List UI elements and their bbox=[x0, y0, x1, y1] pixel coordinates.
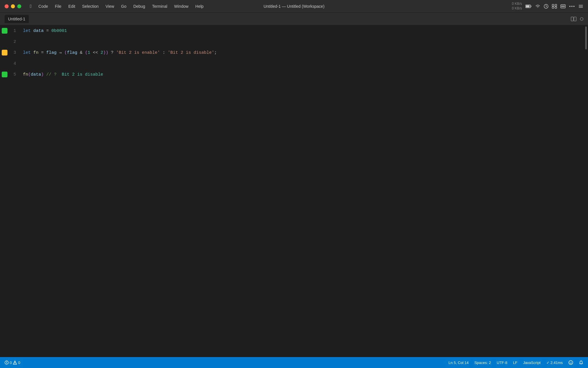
scrollbar[interactable] bbox=[584, 25, 588, 357]
scrollbar-thumb[interactable] bbox=[585, 26, 587, 49]
line-endings[interactable]: LF bbox=[513, 361, 517, 365]
breakpoint-2 bbox=[2, 39, 7, 45]
gutter-row-3: 3 bbox=[0, 47, 17, 58]
menu-edit[interactable]: Edit bbox=[65, 3, 78, 10]
tab-icons bbox=[571, 17, 583, 21]
menu-window[interactable]: Window bbox=[171, 3, 192, 10]
menu-terminal[interactable]: Terminal bbox=[149, 3, 170, 10]
titlebar:  Code File Edit Selection View Go Debug… bbox=[0, 0, 588, 13]
menu-selection[interactable]: Selection bbox=[79, 3, 102, 10]
line-gutter: 1 2 3 4 5 bbox=[0, 25, 17, 357]
var-fn: fn bbox=[33, 50, 38, 55]
minimize-button[interactable] bbox=[11, 4, 15, 8]
param-flag-2: flag bbox=[67, 50, 77, 55]
error-count[interactable]: 0 0 bbox=[5, 361, 20, 365]
breakpoint-5[interactable] bbox=[2, 72, 7, 77]
svg-point-29 bbox=[571, 362, 572, 363]
tab-label: Untitled-1 bbox=[8, 17, 25, 21]
code-line-5: fn ( data ) // ? Bit 2 is disable bbox=[17, 69, 584, 80]
gutter-row-1: 1 bbox=[0, 25, 17, 36]
menu-code[interactable]: Code bbox=[36, 3, 51, 10]
titlebar-icons bbox=[525, 4, 583, 9]
titlebar-right: 0 KB/s 0 KB/s bbox=[512, 2, 583, 11]
control-center-icon bbox=[552, 4, 557, 9]
warning-value: 0 bbox=[18, 361, 20, 365]
code-editor[interactable]: let data = 0b0001 let fn = flag ⇒ ( flag… bbox=[17, 25, 584, 357]
indentation[interactable]: Spaces: 2 bbox=[474, 361, 491, 365]
menu-debug[interactable]: Debug bbox=[130, 3, 148, 10]
line-number-4: 4 bbox=[7, 61, 17, 66]
paren-open-2: ( bbox=[85, 50, 88, 55]
num-0b0001: 0b0001 bbox=[51, 28, 67, 33]
paren-call-close: ) bbox=[41, 72, 44, 77]
apple-menu[interactable]:  bbox=[27, 3, 34, 10]
wifi-icon bbox=[535, 4, 540, 8]
code-line-1: let data = 0b0001 bbox=[17, 25, 584, 36]
statusbar-left: 0 0 bbox=[5, 361, 20, 365]
paren-open-1: ( bbox=[64, 50, 67, 55]
svg-rect-9 bbox=[555, 7, 557, 8]
notification-icon[interactable] bbox=[579, 360, 583, 365]
svg-point-24 bbox=[6, 363, 7, 364]
finder-icon bbox=[560, 4, 566, 9]
str-enable: 'Bit 2 is enable' bbox=[116, 50, 160, 55]
svg-rect-1 bbox=[531, 5, 531, 7]
menu-help[interactable]: Help bbox=[192, 3, 206, 10]
keyword-let-1: let bbox=[23, 28, 31, 33]
svg-point-11 bbox=[562, 6, 563, 7]
error-value: 0 bbox=[10, 361, 12, 365]
network-up: 0 KB/s bbox=[512, 2, 522, 6]
menu-view[interactable]: View bbox=[103, 3, 117, 10]
paren-close-1: ) bbox=[106, 50, 108, 55]
keyword-let-3: let bbox=[23, 50, 31, 55]
svg-point-15 bbox=[573, 6, 575, 7]
editor-tab[interactable]: Untitled-1 bbox=[5, 15, 29, 23]
svg-point-13 bbox=[569, 6, 570, 7]
language-mode[interactable]: JavaScript bbox=[523, 361, 541, 365]
gutter-row-4: 4 bbox=[0, 58, 17, 69]
gutter-row-2: 2 bbox=[0, 36, 17, 47]
editor-area: 1 2 3 4 5 let data = 0b0001 bbox=[0, 25, 588, 357]
menu-bar:  Code File Edit Selection View Go Debug… bbox=[27, 3, 206, 10]
window-title: Untitled-1 — Untitled (Workspace) bbox=[264, 4, 324, 9]
close-button[interactable] bbox=[5, 4, 9, 8]
menu-file[interactable]: File bbox=[52, 3, 64, 10]
line-number-3: 3 bbox=[7, 50, 17, 55]
svg-point-28 bbox=[570, 362, 570, 363]
comment-slash: // ? bbox=[46, 72, 57, 77]
paren-close-2: ) bbox=[103, 50, 106, 55]
svg-line-5 bbox=[546, 6, 547, 7]
clock-icon bbox=[544, 4, 548, 9]
menu-go[interactable]: Go bbox=[118, 3, 129, 10]
statusbar: 0 0 Ln 5, Col 14 Spaces: 2 UTF-8 LF Java… bbox=[0, 357, 588, 368]
statusbar-right: Ln 5, Col 14 Spaces: 2 UTF-8 LF JavaScri… bbox=[448, 360, 583, 365]
battery-icon bbox=[525, 5, 532, 8]
cursor-position[interactable]: Ln 5, Col 14 bbox=[448, 361, 469, 365]
line-number-5: 5 bbox=[7, 72, 17, 77]
num-1: 1 bbox=[88, 50, 90, 55]
more-icon bbox=[569, 5, 575, 7]
svg-point-12 bbox=[563, 6, 564, 7]
code-line-3: let fn = flag ⇒ ( flag & ( 1 << 2 ) ) ? … bbox=[17, 47, 584, 58]
svg-rect-8 bbox=[552, 7, 554, 8]
line-number-1: 1 bbox=[7, 28, 17, 33]
file-encoding[interactable]: UTF-8 bbox=[497, 361, 507, 365]
param-flag: flag bbox=[46, 50, 57, 55]
maximize-button[interactable] bbox=[17, 4, 21, 8]
call-fn: fn bbox=[23, 72, 28, 77]
breakpoint-3[interactable] bbox=[2, 50, 7, 55]
code-line-4 bbox=[17, 58, 584, 69]
str-disable: 'Bit 2 is disable' bbox=[168, 50, 214, 55]
network-down: 0 KB/s bbox=[512, 6, 522, 11]
split-editor-icon[interactable] bbox=[571, 17, 577, 21]
feedback-icon[interactable] bbox=[568, 360, 573, 365]
svg-point-21 bbox=[580, 18, 583, 20]
breakpoint-4 bbox=[2, 61, 7, 66]
inline-result: Bit 2 is disable bbox=[62, 72, 103, 77]
error-icon bbox=[5, 361, 9, 365]
timing: ✓ 2.41ms bbox=[546, 361, 563, 365]
network-stats: 0 KB/s 0 KB/s bbox=[512, 2, 522, 11]
breakpoint-1[interactable] bbox=[2, 28, 7, 34]
list-icon bbox=[578, 4, 583, 9]
dot-icon bbox=[580, 17, 583, 21]
